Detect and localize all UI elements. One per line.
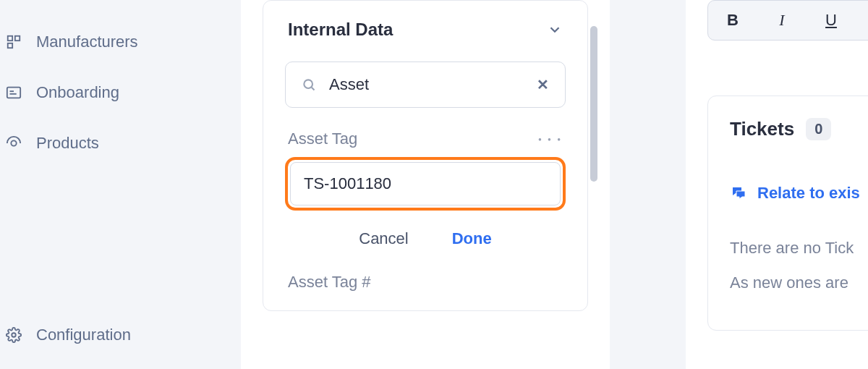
- format-toolbar: B I U: [707, 0, 868, 41]
- sidebar-item-label: Configuration: [36, 326, 131, 344]
- gear-icon: [6, 327, 22, 343]
- more-options-icon[interactable]: ● ● ●: [538, 136, 563, 143]
- internal-data-card: Internal Data Asset ✕ Asset Tag ● ● ● Ca…: [263, 0, 588, 311]
- tickets-card: Tickets 0 Relate to exis There are no Ti…: [707, 96, 868, 331]
- onboarding-icon: [6, 85, 22, 101]
- relate-label: Relate to exis: [757, 184, 860, 203]
- search-icon: [302, 77, 316, 92]
- svg-point-7: [12, 333, 16, 337]
- sidebar-item-configuration[interactable]: Configuration: [0, 318, 231, 352]
- sidebar-item-manufacturers[interactable]: Manufacturers: [0, 25, 231, 59]
- field-label: Asset Tag: [288, 130, 357, 148]
- svg-rect-2: [8, 43, 12, 48]
- done-button[interactable]: Done: [452, 229, 492, 248]
- svg-rect-5: [10, 93, 17, 95]
- sidebar-item-products[interactable]: Products: [0, 127, 231, 160]
- svg-line-9: [312, 88, 315, 90]
- tickets-title: Tickets: [730, 118, 794, 140]
- button-row: Cancel Done: [285, 229, 566, 248]
- chevron-down-icon[interactable]: [547, 22, 563, 38]
- field-label-row: Asset Tag ● ● ●: [285, 130, 566, 148]
- card-header[interactable]: Internal Data: [285, 20, 566, 40]
- scrollbar[interactable]: [590, 26, 597, 182]
- svg-rect-3: [7, 88, 20, 98]
- next-field-label: Asset Tag #: [285, 273, 566, 292]
- svg-rect-1: [15, 36, 20, 41]
- card-title: Internal Data: [288, 20, 393, 40]
- input-highlight: [285, 157, 566, 211]
- sidebar-item-label: Onboarding: [36, 83, 119, 102]
- svg-rect-4: [10, 90, 14, 92]
- search-input[interactable]: Asset ✕: [285, 62, 566, 108]
- italic-button[interactable]: I: [757, 4, 807, 37]
- cancel-button[interactable]: Cancel: [359, 229, 408, 248]
- underline-button[interactable]: U: [807, 4, 856, 37]
- sidebar-item-label: Manufacturers: [36, 33, 138, 51]
- empty-text-1: There are no Tick: [730, 239, 868, 258]
- relate-link[interactable]: Relate to exis: [730, 184, 868, 203]
- sidebar: Manufacturers Onboarding Products Config…: [0, 0, 231, 369]
- svg-point-8: [304, 80, 312, 88]
- tickets-header: Tickets 0: [730, 118, 868, 140]
- manufacturers-icon: [6, 34, 22, 50]
- chat-icon: [730, 184, 747, 202]
- asset-tag-input[interactable]: [290, 162, 561, 205]
- main-panel: Internal Data Asset ✕ Asset Tag ● ● ● Ca…: [241, 0, 610, 369]
- tickets-count-badge: 0: [806, 118, 831, 140]
- products-icon: [6, 135, 22, 151]
- svg-point-6: [11, 140, 16, 145]
- empty-text-2: As new ones are: [730, 273, 868, 292]
- sidebar-item-onboarding[interactable]: Onboarding: [0, 76, 231, 109]
- bold-button[interactable]: B: [708, 4, 757, 37]
- sidebar-item-label: Products: [36, 134, 99, 153]
- clear-icon[interactable]: ✕: [537, 76, 549, 93]
- svg-rect-0: [8, 36, 12, 41]
- search-value: Asset: [329, 75, 524, 94]
- right-panel: B I U Tickets 0 Relate to exis There are…: [686, 0, 868, 369]
